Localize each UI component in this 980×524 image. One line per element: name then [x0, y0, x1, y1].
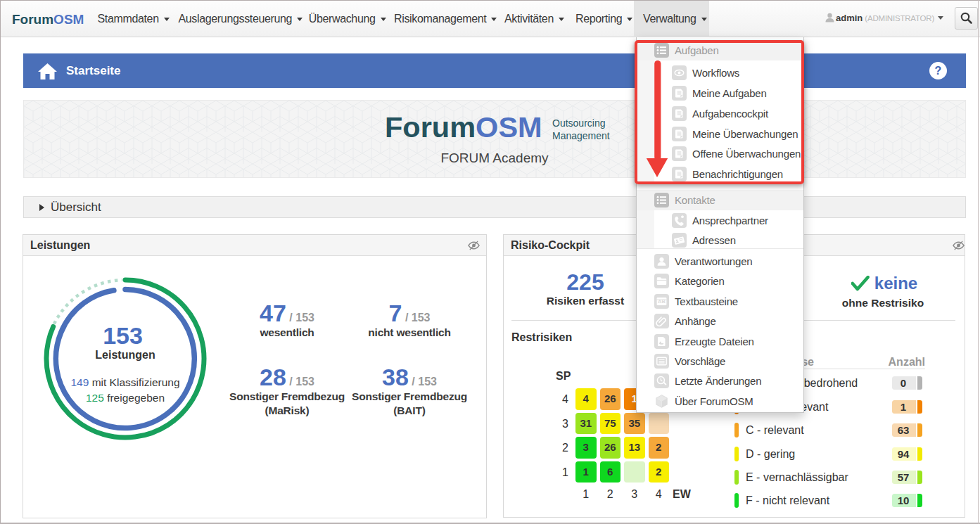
svg-text:AB: AB — [658, 298, 666, 305]
